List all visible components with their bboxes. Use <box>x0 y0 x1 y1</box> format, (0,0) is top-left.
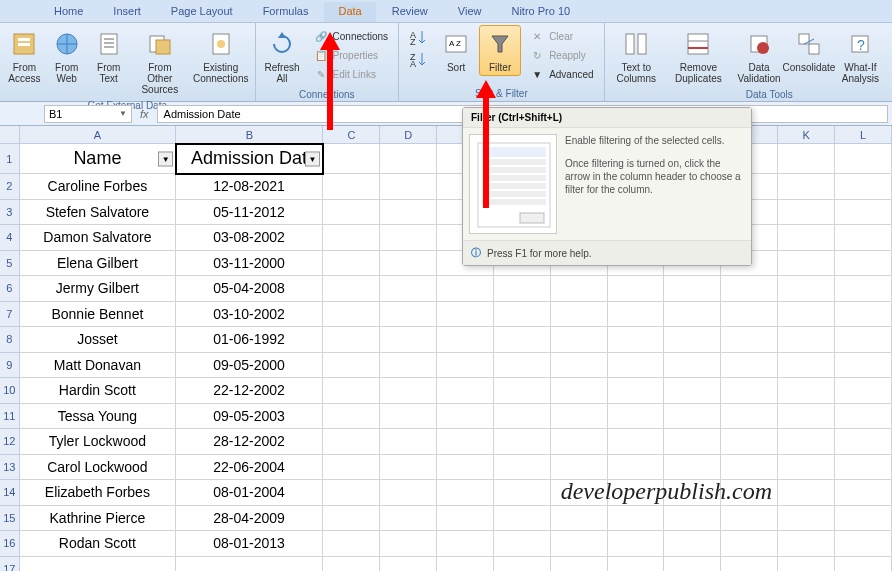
cell[interactable] <box>380 429 437 455</box>
cell[interactable] <box>778 378 835 404</box>
cell[interactable] <box>664 353 721 379</box>
cell[interactable] <box>778 480 835 506</box>
cell[interactable] <box>664 276 721 302</box>
cell[interactable] <box>437 506 494 532</box>
cell-date[interactable]: 03-11-2000 <box>176 251 323 277</box>
row-header[interactable]: 13 <box>0 455 20 481</box>
tab-formulas[interactable]: Formulas <box>249 2 323 22</box>
cell[interactable] <box>608 531 665 557</box>
select-all-corner[interactable] <box>0 126 20 144</box>
text-to-columns-button[interactable]: Text to Columns <box>609 25 664 87</box>
cell[interactable] <box>494 327 551 353</box>
sort-desc-button[interactable]: ZA <box>405 49 431 69</box>
cell[interactable] <box>323 225 380 251</box>
cell[interactable] <box>380 531 437 557</box>
cell[interactable] <box>380 276 437 302</box>
cell[interactable] <box>551 353 608 379</box>
cell[interactable] <box>437 327 494 353</box>
cell[interactable] <box>494 557 551 572</box>
cell[interactable] <box>835 200 892 226</box>
cell[interactable] <box>778 174 835 200</box>
cell[interactable] <box>551 557 608 572</box>
cell[interactable] <box>323 251 380 277</box>
from-web-button[interactable]: From Web <box>47 25 87 87</box>
col-header-a[interactable]: A <box>20 126 177 144</box>
cell-name[interactable]: Elizabeth Forbes <box>20 480 177 506</box>
cell[interactable] <box>778 557 835 572</box>
cell[interactable] <box>778 404 835 430</box>
cell[interactable] <box>551 404 608 430</box>
cell[interactable] <box>494 353 551 379</box>
cell-name[interactable]: Hardin Scott <box>20 378 177 404</box>
from-access-button[interactable]: From Access <box>4 25 45 87</box>
cell[interactable] <box>835 302 892 328</box>
sort-asc-button[interactable]: AZ <box>405 27 431 47</box>
row-header[interactable]: 8 <box>0 327 20 353</box>
cell[interactable] <box>380 327 437 353</box>
col-header-l[interactable]: L <box>835 126 892 144</box>
cell[interactable] <box>721 455 778 481</box>
cell-name[interactable]: Kathrine Pierce <box>20 506 177 532</box>
cell[interactable] <box>778 429 835 455</box>
row-header[interactable]: 10 <box>0 378 20 404</box>
cell[interactable] <box>835 327 892 353</box>
cell[interactable] <box>664 531 721 557</box>
cell[interactable] <box>664 429 721 455</box>
cell-date[interactable]: 28-12-2002 <box>176 429 323 455</box>
cell[interactable] <box>323 404 380 430</box>
cell[interactable] <box>437 276 494 302</box>
cell[interactable] <box>721 404 778 430</box>
cell[interactable] <box>835 225 892 251</box>
cell[interactable] <box>323 506 380 532</box>
cell[interactable] <box>778 200 835 226</box>
cell[interactable] <box>664 557 721 572</box>
cell[interactable] <box>835 174 892 200</box>
cell[interactable] <box>608 276 665 302</box>
cell[interactable] <box>664 506 721 532</box>
cell[interactable] <box>437 480 494 506</box>
cell[interactable] <box>494 378 551 404</box>
cell[interactable] <box>494 302 551 328</box>
cell[interactable] <box>835 251 892 277</box>
cell[interactable] <box>608 302 665 328</box>
cell[interactable] <box>380 174 437 200</box>
col-header-d[interactable]: D <box>380 126 437 144</box>
cell[interactable] <box>835 144 892 174</box>
tab-view[interactable]: View <box>444 2 496 22</box>
cell[interactable] <box>664 404 721 430</box>
cell-name[interactable]: Jermy Gilbert <box>20 276 177 302</box>
reapply-button[interactable]: ↻Reapply <box>525 46 597 64</box>
cell[interactable] <box>551 506 608 532</box>
col-header-k[interactable]: K <box>778 126 835 144</box>
cell[interactable] <box>494 480 551 506</box>
row-header[interactable]: 7 <box>0 302 20 328</box>
row-header[interactable]: 11 <box>0 404 20 430</box>
cell[interactable] <box>437 531 494 557</box>
cell[interactable] <box>551 531 608 557</box>
cell[interactable] <box>323 353 380 379</box>
cell[interactable] <box>437 302 494 328</box>
name-box[interactable]: B1▼ <box>44 105 132 123</box>
cell-name[interactable]: Caroline Forbes <box>20 174 177 200</box>
cell[interactable] <box>664 455 721 481</box>
cell[interactable] <box>551 455 608 481</box>
row-header[interactable]: 3 <box>0 200 20 226</box>
cell[interactable] <box>323 455 380 481</box>
cell-date[interactable]: 09-05-2000 <box>176 353 323 379</box>
cell-name[interactable]: Stefen Salvatore <box>20 200 177 226</box>
cell[interactable] <box>323 144 380 174</box>
cell[interactable] <box>323 480 380 506</box>
cell-date[interactable]: 01-06-1992 <box>176 327 323 353</box>
cell[interactable] <box>20 557 177 572</box>
cell[interactable] <box>778 144 835 174</box>
cell[interactable] <box>835 531 892 557</box>
cell[interactable] <box>608 353 665 379</box>
cell-date[interactable]: 03-10-2002 <box>176 302 323 328</box>
cell[interactable] <box>721 302 778 328</box>
cell[interactable] <box>778 506 835 532</box>
cell-date[interactable]: 28-04-2009 <box>176 506 323 532</box>
whatif-button[interactable]: ? What-If Analysis <box>833 25 888 87</box>
cell[interactable] <box>437 378 494 404</box>
cell[interactable] <box>721 429 778 455</box>
cell[interactable] <box>380 378 437 404</box>
